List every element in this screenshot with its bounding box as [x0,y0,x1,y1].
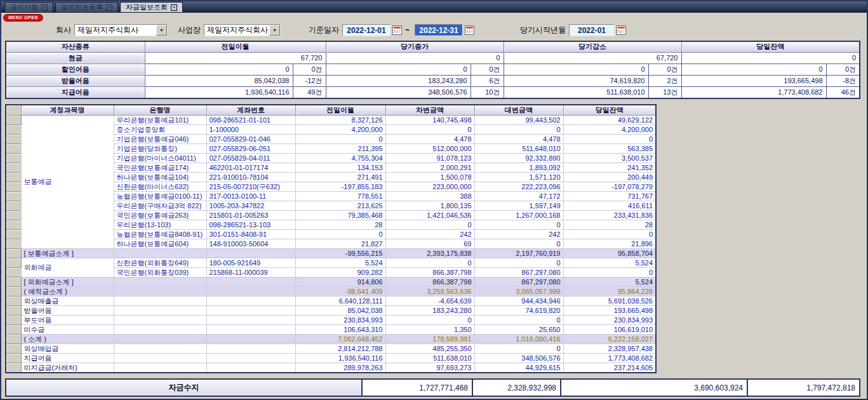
amount-cell: 944,434,946 [474,296,563,305]
amount-cell: 47,172 [474,191,563,201]
account-number: 1005-203-347822 [206,201,295,210]
empty-cell [114,353,206,363]
detail-row[interactable]: 외상매입금2,814,212,788485,255,35002,328,957,… [6,343,656,353]
row-selector[interactable] [6,267,21,277]
row-selector[interactable] [6,201,21,210]
amount-cell: 1,893,092 [474,163,563,172]
site-select[interactable]: 제일저지주식회사 ▼ [204,24,281,36]
row-selector[interactable] [6,334,21,343]
summary-amount: 67,720 [504,52,681,63]
detail-row[interactable]: 부도어음230,834,99300230,834,993 [6,315,656,324]
base-date-to-input[interactable]: 2022-12-31 [415,24,463,36]
bank-name: 국민은행(보통예금263) [114,210,206,220]
row-selector[interactable] [6,248,21,258]
amount-cell: 388 [385,191,474,201]
detail-row[interactable]: 받을어음85,042,038183,243,28074,619,820193,6… [6,305,656,315]
period-start-label: 당기시작년월 [520,25,566,36]
detail-row[interactable]: 외화예금신한은행(외화통장649)180-005-9216495,524005,… [6,258,656,267]
amount-cell: 5,691,038,526 [563,296,656,305]
row-selector[interactable] [6,210,21,220]
amount-cell: 0 [563,229,656,239]
summary-count: 0건 [293,63,326,75]
row-selector[interactable] [6,239,21,248]
tab-daily-funds-report[interactable]: 자금일보조회 × [120,2,183,13]
row-selector[interactable] [6,286,21,296]
amount-cell: 92,332,890 [474,153,563,163]
account-number: 148-910003-50604 [206,239,295,248]
row-selector[interactable] [6,353,21,363]
detail-row[interactable]: ( 소계 )7,062,648,452178,589,9911,019,080,… [6,334,656,343]
header-balance: 당일잔액 [563,105,656,116]
amount-cell: 242 [385,229,474,239]
company-select[interactable]: 제일저지주식회사 ▼ [74,24,168,36]
row-selector[interactable] [6,296,21,305]
detail-row[interactable]: 외상매출금6,640,128,111-4,654,639944,434,9465… [6,296,656,305]
row-selector[interactable] [6,220,21,229]
tab-close-icon[interactable]: × [41,4,48,11]
calendar-icon[interactable] [392,25,402,35]
amount-cell: 237,214,605 [563,363,656,373]
row-selector[interactable] [6,277,21,286]
detail-row[interactable]: [ 외화예금소계 ]914,806866,387,798867,297,0805… [6,277,656,286]
row-selector[interactable] [6,363,21,373]
footer-total-4: 1,797,472,818 [747,378,860,397]
amount-cell: 2,814,212,788 [295,343,385,353]
amount-cell: 44,929,615 [474,363,563,373]
tab-close-icon[interactable]: × [171,4,177,11]
tab-voucher-entry[interactable]: 결의전표등록 × [55,2,118,13]
calendar-icon[interactable] [465,25,474,35]
chevron-down-icon[interactable]: ▼ [156,25,167,36]
amount-cell: 4,478 [474,134,563,143]
tab-notice[interactable]: 공지사항 × [4,2,53,13]
period-start-input[interactable]: 2022-01 [569,24,615,36]
menu-open-button[interactable]: MENU OPEN [3,14,43,22]
amount-cell: 233,431,836 [563,210,656,220]
summary-amount: 1,936,540,116 [145,86,293,98]
row-selector[interactable] [6,182,21,191]
amount-cell: 95,858,704 [563,248,656,258]
detail-row[interactable]: ( 예적금소계 )-98,641,4093,259,563,6363,065,0… [6,286,656,296]
empty-cell [206,305,295,315]
summary-row[interactable]: 할인어음00건00건00건00건 [6,63,860,75]
row-selector[interactable] [6,324,21,334]
row-selector[interactable] [6,163,21,172]
row-label: 미수금 [21,324,114,334]
row-selector[interactable] [6,115,21,124]
detail-row[interactable]: 미수금106,643,3101,35025,650106,619,010 [6,324,656,334]
row-selector[interactable] [6,134,21,143]
amount-cell: 69 [385,239,474,248]
detail-row[interactable]: [ 보통예금소계 ]-99,556,2152,393,175,8382,197,… [6,248,656,258]
asset-type-label: 현금 [6,52,145,63]
row-selector[interactable] [6,315,21,324]
footer-total-3: 3,690,603,924 [560,378,748,397]
row-selector[interactable] [6,305,21,315]
amount-cell: 348,506,576 [474,353,563,363]
amount-cell: 178,589,991 [385,334,474,343]
row-selector[interactable] [6,191,21,201]
header-debit: 차변금액 [385,105,474,116]
detail-row[interactable]: 보통예금우리은행(보통예금101)098-286521-01-1018,327,… [6,115,656,124]
chevron-down-icon[interactable]: ▼ [269,25,280,36]
row-selector[interactable] [6,124,21,134]
calendar-icon[interactable] [617,25,626,35]
row-selector[interactable] [6,172,21,182]
row-selector[interactable] [6,229,21,239]
empty-cell [206,324,295,334]
detail-row[interactable]: 지급어음1,936,540,116511,638,010348,506,5761… [6,353,656,363]
tab-close-icon[interactable]: × [106,4,112,11]
row-selector[interactable] [6,143,21,153]
summary-row[interactable]: 현금67,720067,7200 [6,52,860,63]
row-selector[interactable] [6,153,21,163]
row-selector[interactable] [6,343,21,353]
row-selector[interactable] [6,258,21,267]
summary-count: 6건 [471,75,504,86]
amount-cell: -98,641,409 [295,286,385,296]
summary-amount: 511,638,010 [504,86,648,98]
detail-row[interactable]: 미지급금(거래처)289,978,26397,693,27344,929,615… [6,363,656,373]
summary-row[interactable]: 받을어음85,042,038-12건183,243,2806건74,619,82… [6,75,860,86]
header-increase: 당기증가 [326,41,504,52]
app-window: 공지사항 × 결의전표등록 × 자금일보조회 × MENU OPEN 회사 제일… [0,0,868,400]
bank-name: 신한은행(외화통장649) [114,258,206,267]
base-date-from-input[interactable]: 2022-12-01 [342,24,391,36]
summary-row[interactable]: 지급어음1,936,540,11649건348,506,57610건511,63… [6,86,860,98]
